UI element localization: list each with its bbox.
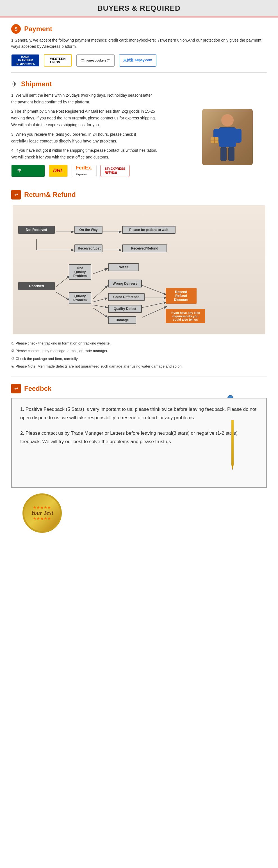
wrong-delivery-box: Wrong Delivery <box>108 280 142 287</box>
moneybookers-logo: ((( moneybookers ))) <box>76 54 114 67</box>
return-note-2: ② Please contact us by meesage, e-mail, … <box>11 348 267 354</box>
svg-point-0 <box>221 114 234 126</box>
shipment-para-1: 1. We will sent the items within 2-5days… <box>11 92 157 106</box>
feedback-para-2: 2. Please contact us by Trade Manager or… <box>20 429 258 446</box>
bottom-stamp-area: ★★★★★ Your Text ★★★★★ <box>11 488 267 538</box>
fedex-text: FedEx.Express <box>76 165 92 177</box>
sf-express-logo: SF) EXPRESS顺丰速运 <box>101 165 130 177</box>
return-notes: ① Please check the tracking in formation… <box>11 340 267 370</box>
sf-express-text: SF) EXPRESS顺丰速运 <box>105 167 125 175</box>
bank-transfer-text: BANKTRANSFERINTERNATIONAL <box>16 55 35 65</box>
shipment-section: ✈ Shipment 1. We will sent the items wit… <box>0 73 278 183</box>
svg-rect-4 <box>220 147 227 161</box>
payment-section-title: $ Payment <box>11 24 267 34</box>
payment-heading: Payment <box>24 25 52 33</box>
color-diff-box: Color Difference <box>108 293 145 301</box>
alipay-text: 支付宝 Alipay.com <box>123 58 152 63</box>
payment-text: 1.Generally, we accept the following pay… <box>11 37 267 50</box>
western-union-logo: WESTERNUNION <box>44 54 72 67</box>
page-title: BUYERS & REQUIRED <box>0 4 278 13</box>
feedback-para-1: 1. Positive Feedback (5 Stars) is very i… <box>20 405 258 422</box>
stamp-image: ★★★★★ Your Text ★★★★★ <box>23 493 62 533</box>
received-lost-box: Received/Lost <box>74 245 103 252</box>
shipment-para-2: 2.The shipment by China Post Registered … <box>11 108 157 128</box>
shipment-section-title: ✈ Shipment <box>11 80 267 89</box>
dhl-text: DHL <box>53 168 64 174</box>
received-refund-box: Received/Refund <box>122 245 167 252</box>
pencil-shape <box>231 420 234 465</box>
on-the-way-box: On the Way <box>74 226 103 234</box>
svg-rect-3 <box>235 129 242 143</box>
delivery-person <box>202 109 253 165</box>
delivery-image <box>202 109 258 171</box>
feedback-section-title: ↩ Feedbck <box>11 384 267 393</box>
china-post-logo: 中 中国邮政 CHINA POST <box>11 165 45 177</box>
feedback-icon: ↩ <box>11 384 21 393</box>
return-note-4: ④ Please Note: Men made defects are not … <box>11 363 267 370</box>
payment-logos: BANKTRANSFERINTERNATIONAL WESTERNUNION (… <box>11 54 267 67</box>
china-post-icon: 中 <box>15 167 23 175</box>
svg-rect-1 <box>219 127 236 147</box>
shipment-para-4: 4. If you have not got it within the shi… <box>11 147 157 161</box>
flow-diagram: Not Received On the Way Please be patien… <box>13 205 265 334</box>
moneybookers-text: ((( moneybookers ))) <box>80 59 110 62</box>
plane-icon: ✈ <box>11 80 18 89</box>
stamp-inner: ★★★★★ Your Text ★★★★★ <box>31 505 54 521</box>
feedback-box: 1. Positive Feedback (5 Stars) is very i… <box>11 398 267 488</box>
stamp-stars: ★★★★★ <box>31 505 54 510</box>
stamp-stars-2: ★★★★★ <box>31 516 54 521</box>
shipment-heading: Shipment <box>21 80 52 88</box>
quality-problem-box: QualityProblem <box>69 292 91 304</box>
quality-defect-box: Quality Defect <box>108 305 142 313</box>
page-header: BUYERS & REQUIRED <box>0 0 278 18</box>
received-box: Received <box>18 282 55 290</box>
page-wrapper: BUYERS & REQUIRED $ Payment 1.Generally,… <box>0 0 278 544</box>
svg-rect-5 <box>228 147 235 161</box>
return-section: ↩ Return& Refund <box>0 183 278 376</box>
please-wait-box: Please be patient to wait <box>122 226 175 234</box>
return-note-1: ① Please check the tracking in formation… <box>11 340 267 346</box>
flow-bg <box>13 205 265 334</box>
not-quality-box: NotQualityProblem <box>69 264 91 280</box>
payment-section: $ Payment 1.Generally, we accept the fol… <box>0 18 278 72</box>
pencil-area <box>227 420 238 476</box>
money-icon: $ <box>11 24 21 34</box>
damage-box: Damage <box>108 316 136 324</box>
china-post-text: 中国邮政 CHINA POST <box>25 167 41 175</box>
bank-transfer-logo: BANKTRANSFERINTERNATIONAL <box>11 54 39 67</box>
stamp-text: Your Text <box>31 510 54 516</box>
feedback-section: ↩ Feedbck <box>0 377 278 544</box>
western-union-text: WESTERNUNION <box>50 57 66 64</box>
fedex-logo: FedEx.Express <box>72 165 97 177</box>
not-fit-box: Not fit <box>108 263 139 271</box>
pencil-tip <box>231 465 234 470</box>
resend-refund-box: ResendRefundDiscount <box>166 288 197 304</box>
return-note-3: ③ Check the package and Item, carefully. <box>11 355 267 362</box>
return-section-title: ↩ Return& Refund <box>11 190 267 199</box>
feedback-heading: Feedbck <box>24 385 51 393</box>
else-req-box: If you have any elserequirements youcoul… <box>166 309 205 323</box>
return-icon: ↩ <box>11 190 21 199</box>
alipay-logo: 支付宝 Alipay.com <box>119 54 156 67</box>
dhl-logo: DHL <box>49 165 68 177</box>
not-received-box: Not Received <box>18 226 55 234</box>
shipment-para-3: 3. When you receive the items you ordere… <box>11 131 157 145</box>
return-heading: Return& Refund <box>24 191 76 199</box>
